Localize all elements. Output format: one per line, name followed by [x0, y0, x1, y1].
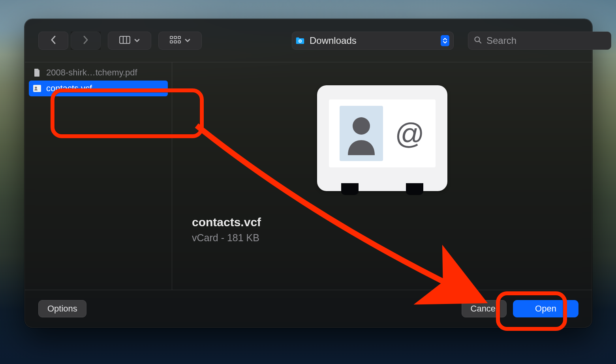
dialog-footer: Options Cancel Open [25, 290, 592, 327]
cancel-label: Cancel [471, 304, 498, 314]
preview-thumbnail: @ [317, 85, 447, 191]
document-icon [33, 68, 41, 77]
folder-icon [295, 36, 305, 45]
nav-forward-button[interactable] [71, 32, 101, 50]
nav-back-button[interactable] [38, 32, 68, 50]
preview-subtitle: vCard - 181 KB [192, 232, 261, 244]
file-list[interactable]: 2008-shirk…tchemy.pdf contacts.vcf [25, 62, 172, 290]
open-label: Open [535, 304, 556, 314]
options-button[interactable]: Options [38, 300, 86, 317]
chevron-right-icon [83, 36, 88, 46]
svg-point-10 [475, 37, 480, 42]
nav-back-forward [38, 32, 101, 50]
svg-point-13 [35, 86, 37, 88]
open-file-dialog: Downloads 2008-shirk…tchemy.pdf [24, 19, 592, 328]
svg-line-11 [479, 41, 481, 43]
svg-point-14 [353, 117, 370, 135]
file-row[interactable]: contacts.vcf [29, 81, 168, 96]
updown-chevron-icon [441, 35, 449, 46]
preview-meta: contacts.vcf vCard - 181 KB [192, 216, 261, 244]
dialog-body: 2008-shirk…tchemy.pdf contacts.vcf @ [25, 62, 592, 290]
file-name: 2008-shirk…tchemy.pdf [46, 68, 137, 78]
contact-avatar-icon [340, 106, 383, 161]
preview-pane: @ contacts.vcf vCard - 181 KB [172, 62, 592, 290]
svg-rect-6 [170, 41, 173, 43]
group-by-button[interactable] [158, 32, 202, 50]
file-row[interactable]: 2008-shirk…tchemy.pdf [29, 65, 168, 81]
svg-rect-7 [174, 41, 177, 43]
chevron-down-icon [185, 37, 190, 44]
dialog-toolbar: Downloads [25, 19, 592, 62]
svg-rect-0 [120, 36, 130, 43]
cancel-button[interactable]: Cancel [462, 300, 507, 317]
search-field[interactable] [468, 32, 611, 50]
columns-icon [119, 36, 130, 45]
search-icon [474, 35, 482, 46]
search-input[interactable] [486, 35, 605, 47]
svg-rect-5 [178, 36, 180, 39]
vcard-icon [33, 84, 41, 93]
open-button[interactable]: Open [513, 300, 578, 317]
svg-rect-12 [33, 85, 41, 92]
svg-rect-3 [170, 36, 173, 39]
chevron-left-icon [51, 36, 56, 46]
svg-rect-8 [178, 41, 180, 43]
svg-rect-4 [174, 36, 177, 39]
file-name: contacts.vcf [46, 83, 92, 94]
preview-filename: contacts.vcf [192, 216, 261, 229]
chevron-down-icon [134, 37, 140, 44]
at-sign-icon: @ [395, 117, 424, 150]
location-label: Downloads [310, 35, 436, 46]
grid-group-icon [170, 36, 181, 45]
location-popup[interactable]: Downloads [292, 32, 454, 50]
options-label: Options [47, 304, 77, 314]
view-columns-button[interactable] [108, 32, 151, 50]
